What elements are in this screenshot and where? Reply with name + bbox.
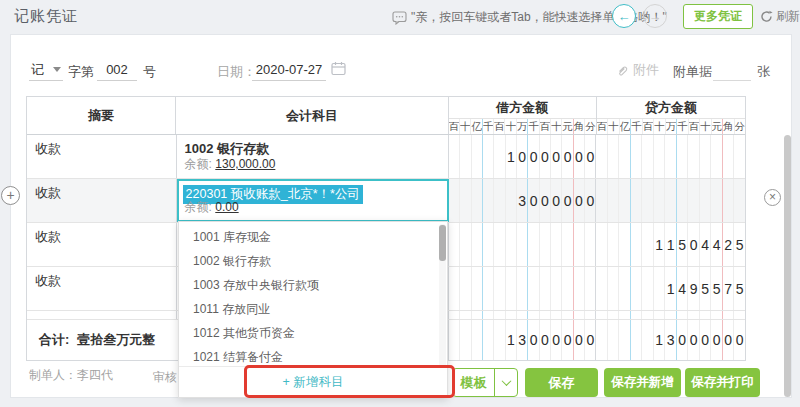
digit-cell: 0 xyxy=(585,135,595,178)
digit-cell xyxy=(460,179,471,222)
save-and-print-button[interactable]: 保存并打印 xyxy=(685,368,760,397)
digit-cell xyxy=(506,311,517,319)
digit-cell: 7 xyxy=(723,267,735,310)
digit-cell xyxy=(619,311,631,319)
digit-cell xyxy=(619,320,631,360)
digit-cell xyxy=(460,267,471,310)
voucher-row-2-active: 收款 220301 预收账款_北京*！*公司 余额: 0.00 3000000 xyxy=(27,179,745,223)
digit-cell xyxy=(631,311,643,319)
template-dropdown-toggle[interactable] xyxy=(494,369,517,396)
digit-cell: 1 xyxy=(665,223,677,266)
debit-amount-cell[interactable] xyxy=(449,223,597,266)
digit-cell xyxy=(517,223,528,266)
refresh-button[interactable]: 刷新 xyxy=(760,8,800,25)
digit-cell xyxy=(677,311,689,319)
balance-link[interactable]: 130,000.00 xyxy=(215,157,275,171)
digit-cell xyxy=(460,320,471,360)
voucher-word-select[interactable]: 记 xyxy=(29,59,63,81)
digit-cell xyxy=(449,179,460,222)
digit-cell xyxy=(711,311,723,319)
next-voucher-button[interactable]: → xyxy=(643,4,667,28)
digit-cell xyxy=(619,135,631,178)
summary-cell[interactable]: 收款 xyxy=(27,179,177,222)
digit-cell xyxy=(483,311,494,319)
debit-amount-cell[interactable]: 10000000 xyxy=(449,135,597,178)
digit-cell xyxy=(585,267,595,310)
digit-cell xyxy=(494,320,505,360)
digit-cell xyxy=(631,267,643,310)
digit-cell xyxy=(540,223,551,266)
digit-cell: 3 xyxy=(517,320,528,360)
save-and-new-button[interactable]: 保存并新增 xyxy=(604,368,681,397)
digit-cell xyxy=(472,135,483,178)
digit-cell xyxy=(528,311,539,319)
add-account-button[interactable]: + 新增科目 xyxy=(179,366,447,397)
digit-column-label: 万 xyxy=(517,119,528,134)
digit-cell xyxy=(688,179,700,222)
digit-cell: 0 xyxy=(574,320,585,360)
voucher-number-input[interactable]: 002 xyxy=(97,59,137,81)
digit-column-label: 万 xyxy=(666,119,678,134)
summary-cell[interactable]: 收款 xyxy=(27,223,177,266)
digit-cell xyxy=(472,311,483,319)
more-vouchers-button[interactable]: 更多凭证 xyxy=(683,4,753,29)
digit-cell xyxy=(608,179,620,222)
date-input[interactable]: 2020-07-27 xyxy=(252,59,326,81)
account-cell[interactable]: 1002 银行存款 余额: 130,000.00 xyxy=(177,135,449,178)
account-option[interactable]: 1011 存放同业 xyxy=(179,297,437,321)
digit-cell xyxy=(562,311,573,319)
digit-cell xyxy=(608,223,620,266)
digit-cell: 0 xyxy=(677,320,689,360)
dropdown-scrollbar[interactable] xyxy=(439,225,446,261)
total-debit-cell: 13000000 xyxy=(449,320,597,360)
digit-cell xyxy=(700,135,712,178)
digit-cell xyxy=(472,179,483,222)
add-row-icon[interactable]: + xyxy=(1,186,20,205)
digit-column-label: 十 xyxy=(700,119,712,134)
digit-cell: 1 xyxy=(506,320,517,360)
credit-amount-cell[interactable]: 1495575 xyxy=(596,267,745,310)
digit-cell xyxy=(494,179,505,222)
attachment-button[interactable]: 附件 xyxy=(616,61,659,79)
save-button[interactable]: 保存 xyxy=(525,368,598,397)
digit-cell xyxy=(734,135,745,178)
digit-cell xyxy=(551,267,562,310)
prev-voucher-button[interactable]: ← xyxy=(612,4,636,28)
digit-column-label: 元 xyxy=(562,119,573,134)
digit-cell xyxy=(723,311,735,319)
account-option[interactable]: 1002 银行存款 xyxy=(179,249,437,273)
digit-cell xyxy=(472,267,483,310)
digit-cell: 1 xyxy=(665,267,677,310)
calendar-icon[interactable] xyxy=(331,61,346,76)
account-option[interactable]: 1012 其他货币资金 xyxy=(179,321,437,345)
digit-cell xyxy=(585,311,595,319)
debit-amount-cell[interactable]: 3000000 xyxy=(449,179,597,222)
digit-cell: 0 xyxy=(688,223,700,266)
balance-link[interactable]: 0.00 xyxy=(215,200,238,214)
digit-cell xyxy=(608,135,620,178)
delete-row-icon[interactable]: × xyxy=(764,189,781,206)
attached-docs-input[interactable] xyxy=(713,59,751,81)
digit-cell: 0 xyxy=(711,320,723,360)
account-option[interactable]: 1001 库存现金 xyxy=(179,225,437,249)
summary-cell[interactable]: 收款 xyxy=(27,135,177,178)
vertical-scrollbar[interactable] xyxy=(784,135,791,397)
digit-cell: 0 xyxy=(540,135,551,178)
account-option[interactable]: 1003 存放中央银行款项 xyxy=(179,273,437,297)
account-cell-selected[interactable]: 220301 预收账款_北京*！*公司 余额: 0.00 xyxy=(177,179,449,222)
paperclip-icon xyxy=(616,64,629,77)
voucher-word-suffix: 字第 xyxy=(68,63,94,81)
template-button[interactable]: 模板 xyxy=(452,368,518,397)
digit-cell xyxy=(494,311,505,319)
credit-amount-cell[interactable] xyxy=(596,135,745,178)
credit-amount-cell[interactable]: 11504425 xyxy=(596,223,745,266)
digit-cell xyxy=(528,223,539,266)
digit-cell xyxy=(506,179,517,222)
digit-column-label: 元 xyxy=(712,119,724,134)
digit-column-label: 十 xyxy=(551,119,562,134)
debit-amount-cell[interactable] xyxy=(449,267,597,310)
voucher-number-suffix: 号 xyxy=(143,63,156,81)
summary-cell[interactable]: 收款 xyxy=(27,267,177,310)
digit-cell xyxy=(654,135,666,178)
credit-amount-cell[interactable] xyxy=(596,179,745,222)
